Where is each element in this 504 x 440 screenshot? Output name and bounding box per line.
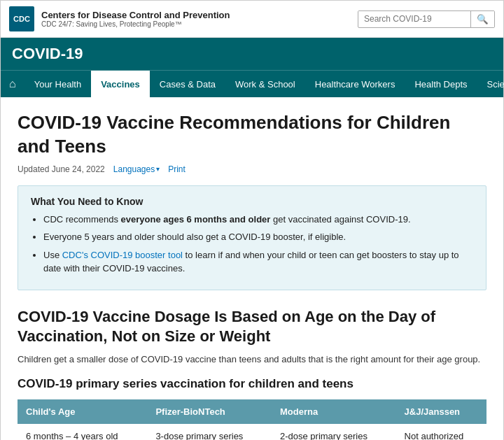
nav-item-health-depts[interactable]: Health Depts bbox=[405, 71, 477, 97]
table-col-pfizer: Pfizer-BioNTech bbox=[147, 399, 272, 424]
pfizer-6mo-4yr: 3-dose primary series bbox=[147, 424, 272, 440]
subsection-heading: COVID-19 primary series vaccination for … bbox=[18, 377, 486, 391]
site-subtitle: CDC 24/7: Saving Lives, Protecting Peopl… bbox=[41, 20, 230, 28]
booster-tool-link[interactable]: CDC's COVID-19 booster tool bbox=[62, 250, 183, 260]
info-box: What You Need to Know CDC recommends eve… bbox=[18, 185, 486, 290]
chevron-down-icon: ▾ bbox=[156, 165, 160, 173]
main-nav: ⌂ Your Health Vaccines Cases & Data Work… bbox=[1, 70, 503, 97]
header-left: CDC Centers for Disease Control and Prev… bbox=[9, 6, 230, 31]
search-box[interactable]: 🔍 bbox=[358, 10, 495, 28]
nav-item-cases-data[interactable]: Cases & Data bbox=[150, 71, 225, 97]
info-box-list: CDC recommends everyone ages 6 months an… bbox=[31, 213, 473, 276]
moderna-6mo-4yr: 2-dose primary series bbox=[272, 424, 396, 440]
nav-item-work-school[interactable]: Work & School bbox=[225, 71, 305, 97]
site-header-text: Centers for Disease Control and Preventi… bbox=[41, 10, 230, 28]
search-input[interactable] bbox=[358, 11, 470, 27]
section-heading: COVID-19 Vaccine Dosage Is Based on Age … bbox=[18, 307, 486, 347]
nav-home[interactable]: ⌂ bbox=[1, 71, 24, 97]
updated-line: Updated June 24, 2022 Languages ▾ Print bbox=[18, 164, 486, 174]
nav-item-vaccines[interactable]: Vaccines bbox=[91, 71, 150, 97]
table-col-jj: J&J/Janssen bbox=[396, 399, 486, 424]
vaccine-table: Child's Age Pfizer-BioNTech Moderna J&J/… bbox=[18, 399, 486, 440]
list-item: Everyone 5 years and older should also g… bbox=[43, 230, 473, 244]
languages-link[interactable]: Languages ▾ bbox=[113, 164, 160, 174]
jj-6mo-4yr: Not authorized bbox=[396, 424, 486, 440]
covid-banner: COVID-19 bbox=[1, 38, 503, 70]
nav-item-healthcare-workers[interactable]: Healthcare Workers bbox=[305, 71, 405, 97]
page-title: COVID-19 Vaccine Recommendations for Chi… bbox=[18, 111, 486, 159]
list-item: CDC recommends everyone ages 6 months an… bbox=[43, 213, 473, 227]
search-icon: 🔍 bbox=[477, 14, 489, 24]
updated-date: Updated June 24, 2022 bbox=[18, 164, 105, 174]
section-desc: Children get a smaller dose of COVID-19 … bbox=[18, 353, 486, 367]
table-header-row: Child's Age Pfizer-BioNTech Moderna J&J/… bbox=[18, 399, 486, 424]
main-content: COVID-19 Vaccine Recommendations for Chi… bbox=[1, 97, 503, 440]
table-row: 6 months – 4 years old 3-dose primary se… bbox=[18, 424, 486, 440]
age-6mo-4yr: 6 months – 4 years old bbox=[18, 424, 147, 440]
table-col-moderna: Moderna bbox=[272, 399, 396, 424]
search-button[interactable]: 🔍 bbox=[470, 11, 494, 27]
list-item: Use CDC's COVID-19 booster tool to learn… bbox=[43, 248, 473, 276]
covid-banner-title: COVID-19 bbox=[12, 45, 492, 63]
table-col-age: Child's Age bbox=[18, 399, 147, 424]
home-icon: ⌂ bbox=[9, 78, 16, 90]
site-header: CDC Centers for Disease Control and Prev… bbox=[1, 1, 503, 38]
site-title: Centers for Disease Control and Preventi… bbox=[41, 10, 230, 20]
nav-item-science[interactable]: Science bbox=[477, 71, 504, 97]
nav-item-your-health[interactable]: Your Health bbox=[24, 71, 91, 97]
cdc-logo: CDC bbox=[9, 6, 34, 31]
info-box-heading: What You Need to Know bbox=[31, 196, 473, 207]
print-link[interactable]: Print bbox=[168, 164, 186, 174]
